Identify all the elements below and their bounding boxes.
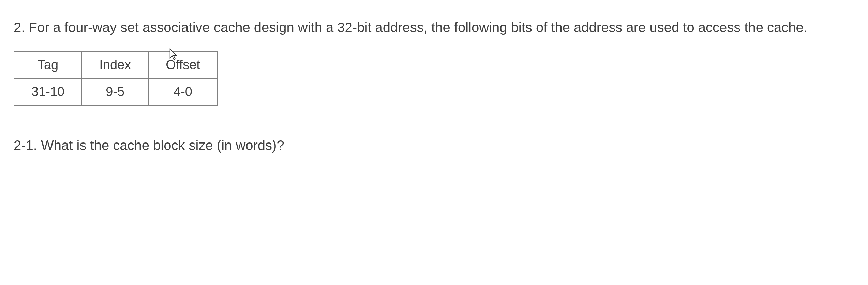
table-container: Tag Index Offset 31-10 9-5 4-0	[14, 51, 218, 130]
table-header-row: Tag Index Offset	[14, 51, 218, 78]
sub-question-body: What is the cache block size (in words)?	[41, 138, 284, 153]
table-value-row: 31-10 9-5 4-0	[14, 78, 218, 105]
value-offset: 4-0	[148, 78, 218, 105]
sub-question-number: 2-1.	[14, 138, 37, 153]
value-tag: 31-10	[14, 78, 82, 105]
header-index: Index	[82, 51, 148, 78]
address-bits-table: Tag Index Offset 31-10 9-5 4-0	[14, 51, 218, 106]
cursor-icon	[169, 48, 178, 61]
question-text: 2. For a four-way set associative cache …	[14, 17, 854, 38]
question-body: For a four-way set associative cache des…	[29, 20, 807, 35]
question-number: 2.	[14, 20, 25, 35]
header-tag: Tag	[14, 51, 82, 78]
header-offset: Offset	[148, 51, 218, 78]
value-index: 9-5	[82, 78, 148, 105]
sub-question-text: 2-1. What is the cache block size (in wo…	[14, 135, 854, 155]
